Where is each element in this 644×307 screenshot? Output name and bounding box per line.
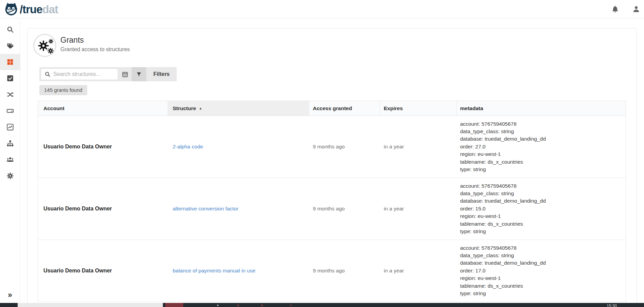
taskbar-dot xyxy=(261,305,263,306)
structure-link[interactable]: 2-alpha code xyxy=(173,144,203,150)
table-row: Usuario Demo Data Owner balance of payme… xyxy=(38,240,626,302)
column-header-expires[interactable]: Expires xyxy=(380,101,457,116)
tags-icon xyxy=(6,42,14,49)
metadata-cell: account: 576759405678 data_type_class: s… xyxy=(457,240,626,302)
column-header-structure[interactable]: Structure▲ xyxy=(168,101,309,116)
chart-line-icon xyxy=(6,123,14,131)
column-header-account[interactable]: Account xyxy=(38,101,168,116)
taskbar-dot xyxy=(290,305,291,306)
search-input-wrap[interactable] xyxy=(41,68,118,80)
table-row: Usuario Demo Data Owner 2-alpha code 9 m… xyxy=(38,116,626,178)
access-granted-cell: 9 months ago xyxy=(309,240,380,302)
sidebar-item-tags[interactable] xyxy=(0,38,20,54)
sort-asc-icon: ▲ xyxy=(199,106,202,110)
table-header-row: Account Structure▲ Access granted Expire… xyxy=(38,101,626,116)
grants-card: Grants Granted access to structures Fi xyxy=(27,28,637,307)
access-granted-cell: 9 months ago xyxy=(309,178,380,240)
gear-icon xyxy=(6,172,14,180)
sidebar-item-structures[interactable] xyxy=(0,54,20,70)
drive-icon xyxy=(6,107,14,115)
sidebar-item-sources[interactable] xyxy=(0,103,20,119)
gear-icon xyxy=(47,47,54,54)
access-granted-cell: 9 months ago xyxy=(309,116,380,178)
column-header-metadata[interactable]: metadata xyxy=(457,101,626,116)
sidebar-item-settings[interactable] xyxy=(0,168,20,184)
table-row: Usuario Demo Data Owner alternative conv… xyxy=(38,178,626,240)
sidebar-nav: » xyxy=(0,19,20,303)
grants-table: Account Structure▲ Access granted Expire… xyxy=(38,101,626,302)
sitemap-icon xyxy=(6,140,14,147)
taskbar-clock: 15:30 xyxy=(607,304,617,307)
sidebar-item-search[interactable] xyxy=(0,21,20,38)
filters-toggle-button[interactable] xyxy=(132,67,146,81)
shuffle-icon xyxy=(6,91,14,98)
search-input[interactable] xyxy=(53,71,114,77)
sidebar-expand-chevron[interactable]: » xyxy=(0,290,20,300)
page-subtitle: Granted access to structures xyxy=(60,46,130,53)
truedat-logo[interactable]: /truedat xyxy=(4,2,58,17)
sidebar-item-rules[interactable] xyxy=(0,70,20,86)
grants-gears-badge xyxy=(33,34,56,57)
users-icon xyxy=(6,156,14,163)
taskbar-dot xyxy=(217,305,219,306)
check-square-icon xyxy=(6,75,14,82)
user-profile-icon[interactable] xyxy=(632,5,640,13)
notifications-bell-icon[interactable] xyxy=(611,5,619,13)
structure-link[interactable]: balance of payments manual in use xyxy=(173,268,255,274)
logo-wordmark: /truedat xyxy=(20,3,58,16)
search-filter-bar: Filters xyxy=(39,67,177,81)
filters-label[interactable]: Filters xyxy=(146,71,177,77)
grid-icon xyxy=(6,58,14,66)
taskbar-dot xyxy=(238,305,239,306)
expires-cell: in a year xyxy=(380,240,457,302)
metadata-cell: account: 576759405678 data_type_class: s… xyxy=(457,178,626,240)
sidebar-item-domains[interactable] xyxy=(0,135,20,151)
column-header-access-granted[interactable]: Access granted xyxy=(309,101,380,116)
sidebar-item-lineage[interactable] xyxy=(0,86,20,103)
account-cell: Usuario Demo Data Owner xyxy=(38,178,168,240)
expires-cell: in a year xyxy=(380,116,457,178)
gear-icon xyxy=(48,39,54,44)
taskbar-app-button[interactable] xyxy=(165,303,183,307)
structure-link[interactable]: alternative conversion factor xyxy=(173,206,239,212)
os-taskbar: 15:30 xyxy=(0,303,644,307)
sidebar-item-dashboards[interactable] xyxy=(0,119,20,135)
search-icon xyxy=(6,26,14,33)
account-cell: Usuario Demo Data Owner xyxy=(38,116,168,178)
calendar-filter-button[interactable] xyxy=(118,67,132,81)
sidebar-item-users[interactable] xyxy=(0,151,20,168)
expires-cell: in a year xyxy=(380,178,457,240)
owl-logo-icon xyxy=(4,2,18,17)
top-bar: /truedat xyxy=(0,0,644,18)
filter-funnel-icon xyxy=(136,71,142,77)
search-icon xyxy=(44,71,51,77)
taskbar-window-strip[interactable] xyxy=(18,303,163,307)
results-count-badge: 145 grants found xyxy=(39,85,87,95)
page-title: Grants xyxy=(60,36,84,45)
metadata-cell: account: 576759405678 data_type_class: s… xyxy=(457,116,626,178)
account-cell: Usuario Demo Data Owner xyxy=(38,240,168,302)
calendar-icon xyxy=(122,71,128,78)
